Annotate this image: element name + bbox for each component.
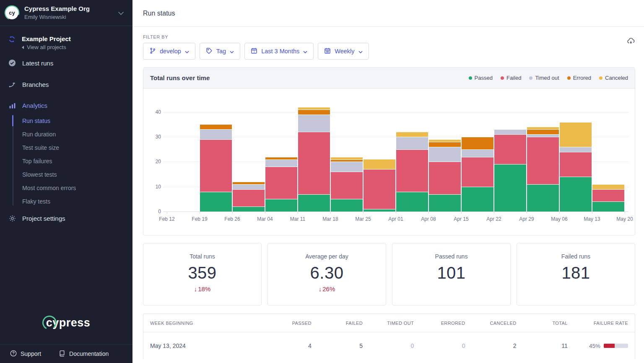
table-header-cell-passed: PASSED [260, 321, 312, 326]
legend-item-passed[interactable]: Passed [469, 75, 493, 81]
bar-segment-timed-out[interactable] [462, 149, 493, 157]
bar-segment-failed[interactable] [331, 172, 363, 199]
bar-segment-passed[interactable] [265, 199, 297, 212]
bar-week-feb-19[interactable] [200, 124, 232, 212]
org-switcher[interactable]: cy Cypress Example Org Emily Wisniewski [0, 0, 132, 26]
bar-segment-passed[interactable] [200, 192, 232, 212]
view-all-projects-link[interactable]: View all projects [22, 44, 71, 50]
bar-segment-failed[interactable] [560, 152, 592, 177]
bar-segment-failed[interactable] [298, 132, 330, 194]
bar-segment-passed[interactable] [233, 206, 265, 212]
table-cell-errored: 0 [414, 342, 465, 349]
bar-segment-timed-out[interactable] [396, 137, 428, 149]
bar-segment-failed[interactable] [200, 139, 232, 192]
x-axis-tick [330, 212, 331, 214]
bar-week-feb-26[interactable] [233, 182, 265, 212]
chevron-down-icon[interactable] [118, 9, 124, 17]
bar-segment-canceled[interactable] [560, 122, 592, 147]
sidebar-item-test-suite-size[interactable]: Test suite size [22, 141, 132, 154]
filter-button-weekly[interactable]: Weekly [318, 43, 369, 60]
bar-week-apr-22[interactable] [494, 129, 526, 212]
legend-dot-icon [501, 76, 504, 80]
bar-segment-timed-out[interactable] [494, 129, 526, 134]
sidebar-item-analytics[interactable]: Analytics [0, 97, 132, 114]
bar-week-may-13[interactable] [592, 184, 624, 212]
x-axis-tick [232, 212, 233, 214]
bar-segment-failed[interactable] [396, 149, 428, 192]
bar-week-mar-11[interactable] [298, 107, 330, 212]
bar-segment-errored[interactable] [462, 137, 493, 149]
bar-week-mar-18[interactable] [331, 157, 363, 212]
bar-segment-timed-out[interactable] [298, 115, 330, 132]
bar-segment-timed-out[interactable] [331, 162, 363, 172]
bar-segment-timed-out[interactable] [560, 147, 592, 152]
bar-segment-failed[interactable] [494, 134, 526, 164]
bar-segment-passed[interactable] [396, 192, 428, 212]
bar-segment-passed[interactable] [364, 209, 395, 212]
bar-segment-passed[interactable] [462, 187, 493, 212]
legend-item-errored[interactable]: Errored [567, 75, 591, 81]
sidebar-item-branches[interactable]: Branches [0, 76, 132, 93]
sidebar-item-flaky-tests[interactable]: Flaky tests [22, 195, 132, 208]
bar-segment-passed[interactable] [560, 177, 592, 212]
bar-week-apr-15[interactable] [462, 137, 493, 212]
sidebar-item-run-duration[interactable]: Run duration [22, 128, 132, 141]
bar-segment-errored[interactable] [200, 124, 232, 129]
legend-item-canceled[interactable]: Canceled [599, 75, 628, 81]
filter-button-last-3-months[interactable]: 1Last 3 Months [244, 43, 314, 60]
bar-segment-passed[interactable] [527, 184, 559, 212]
bar-segment-passed[interactable] [331, 199, 363, 212]
bar-week-apr-01[interactable] [396, 132, 428, 212]
bar-segment-timed-out[interactable] [265, 159, 297, 167]
filter-button-develop[interactable]: develop [143, 43, 195, 60]
bar-segment-failed[interactable] [364, 169, 395, 209]
sidebar-nav: Example Project View all projects Latest… [0, 26, 132, 227]
bar-segment-timed-out[interactable] [233, 184, 265, 189]
bar-segment-failed[interactable] [233, 189, 265, 207]
stat-card-average-per-day: Average per day6.30↓26% [267, 243, 386, 306]
sidebar-item-run-status[interactable]: Run status [22, 114, 132, 128]
sidebar-item-project-settings[interactable]: Project settings [0, 210, 132, 227]
bar-segment-passed[interactable] [494, 164, 526, 212]
bar-segment-timed-out[interactable] [200, 129, 232, 139]
tag-icon [206, 47, 213, 55]
bar-segment-timed-out[interactable] [429, 147, 461, 162]
bar-segment-passed[interactable] [429, 194, 461, 212]
bar-segment-errored[interactable] [527, 129, 559, 134]
bar-segment-failed[interactable] [429, 162, 461, 194]
table-header-cell-failure-rate: FAILURE RATE [568, 321, 628, 326]
bar-segment-failed[interactable] [462, 157, 493, 187]
sidebar-item-top-failures[interactable]: Top failures [22, 154, 132, 168]
sidebar-item-most-common-errors[interactable]: Most common errors [22, 181, 132, 195]
bar-segment-failed[interactable] [265, 167, 297, 199]
bar-week-apr-08[interactable] [429, 139, 461, 212]
git-branch-icon [149, 47, 156, 55]
bar-segment-errored[interactable] [429, 142, 461, 147]
bar-segment-failed[interactable] [592, 189, 624, 202]
bar-segment-passed[interactable] [592, 201, 624, 212]
cloud-download-icon[interactable] [627, 37, 635, 46]
bar-segment-canceled[interactable] [396, 132, 428, 137]
bar-week-mar-25[interactable] [364, 159, 395, 212]
bar-week-may-06[interactable] [560, 122, 592, 212]
bar-segment-canceled[interactable] [592, 184, 624, 189]
x-axis-label: Mar 18 [317, 216, 343, 222]
sidebar-item-slowest-tests[interactable]: Slowest tests [22, 168, 132, 181]
sidebar-item-project[interactable]: Example Project View all projects [0, 35, 132, 50]
legend-item-timed-out[interactable]: Timed out [529, 75, 559, 81]
table-header-cell-failed: FAILED [312, 321, 363, 326]
sidebar-item-latest-runs[interactable]: Latest runs [0, 54, 132, 72]
bar-segment-failed[interactable] [527, 137, 559, 184]
bar-chart-icon [8, 102, 16, 109]
bar-week-apr-29[interactable] [527, 127, 559, 212]
legend-item-failed[interactable]: Failed [501, 75, 521, 81]
filter-button-tag[interactable]: Tag [200, 43, 240, 60]
bar-segment-canceled[interactable] [364, 159, 395, 169]
bar-segment-passed[interactable] [298, 194, 330, 212]
bar-week-mar-04[interactable] [265, 157, 297, 212]
stacked-bar-chart: 010203040Feb 12Feb 19Feb 26Mar 04Mar 11M… [143, 89, 635, 235]
documentation-link[interactable]: Documentation [59, 350, 109, 358]
support-link[interactable]: Support [10, 350, 41, 358]
bar-segment-errored[interactable] [298, 110, 330, 115]
table-cell-total: 11 [517, 342, 568, 349]
